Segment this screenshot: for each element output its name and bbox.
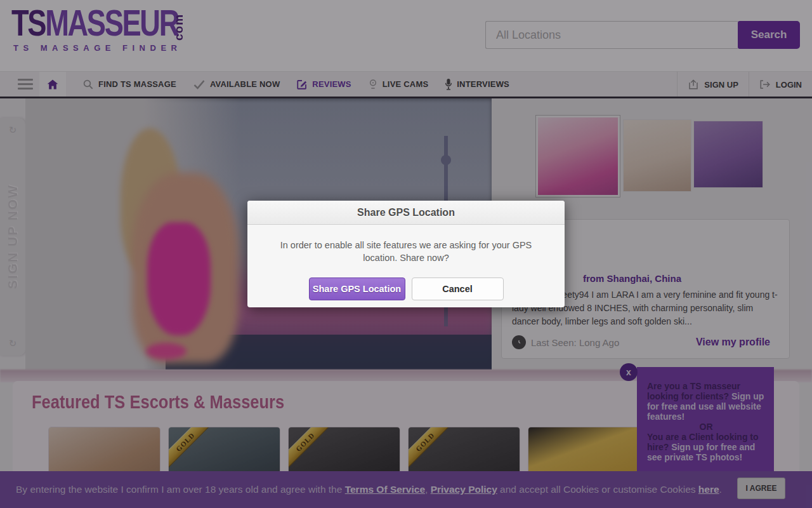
- share-gps-button[interactable]: Share GPS Location: [309, 277, 405, 300]
- modal-title: Share GPS Location: [247, 201, 565, 225]
- cancel-button[interactable]: Cancel: [412, 277, 504, 300]
- modal-body-text: In order to enable all site features we …: [247, 225, 565, 264]
- gps-location-modal: Share GPS Location In order to enable al…: [247, 201, 565, 307]
- page: TSMASSEUR com TS MASSAGE FINDER Search F…: [0, 0, 812, 508]
- modal-actions: Share GPS Location Cancel: [247, 277, 565, 300]
